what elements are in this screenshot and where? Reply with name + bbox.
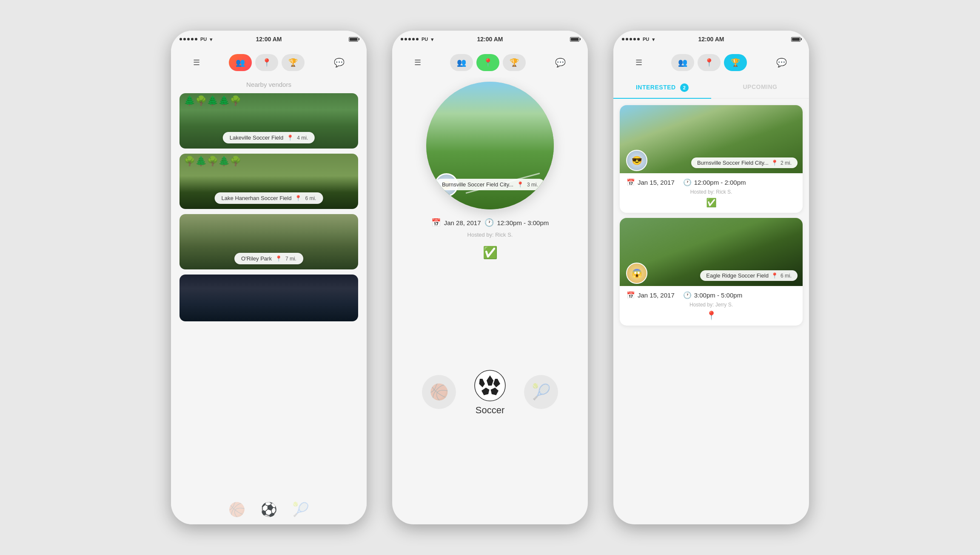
status-bar-3: PU ▾ 12:00 AM — [613, 31, 809, 48]
basketball-bubble[interactable]: 🏀 — [422, 375, 456, 409]
group-icon-3: 👥 — [678, 58, 687, 67]
tab-trophy-2[interactable]: 🏆 — [503, 54, 526, 71]
vendor-name-1: Lakeville Soccer Field — [230, 134, 283, 141]
trophy-icon-3: 🏆 — [731, 58, 740, 67]
nav-tabs-2: 👥 📍 🏆 — [450, 54, 526, 71]
tab-group-3[interactable]: 👥 — [671, 54, 694, 71]
clock-icon-2: 🕐 — [484, 218, 494, 227]
basketball-icon-2: 🏀 — [430, 383, 449, 401]
tab-group-2[interactable]: 👥 — [450, 54, 473, 71]
sport-icons-1: 🏀 ⚽ 🎾 — [171, 495, 367, 524]
vendor-card-3[interactable]: O'Riley Park 📍 7 mi. — [179, 214, 358, 269]
chat-icon-2[interactable]: 💬 — [553, 55, 568, 70]
screen3-content: INTERESTED 2 UPCOMING 😎 Burnsville Socce… — [613, 77, 809, 524]
event-date-2: Jan 28, 2017 — [444, 219, 481, 226]
location-icon-3: 📍 — [704, 58, 714, 67]
signal-dot — [622, 38, 624, 40]
tab-upcoming-label: UPCOMING — [743, 83, 778, 90]
phone-screen-1: PU ▾ 12:00 AM ☰ 👥 📍 🏆 💬 Nearby vendors — [171, 31, 367, 524]
pin-icon-venue-2: 📍 — [517, 181, 524, 188]
time-item-2: 🕐 3:00pm - 5:00pm — [683, 291, 742, 299]
screen2-content: 😎 Burnsville Soccer Field City... 📍 3 mi… — [392, 77, 588, 524]
signal-dot — [637, 38, 640, 40]
calendar-icon-c1: 📅 — [627, 178, 635, 186]
vendor-card-2[interactable]: Lake Hanerhan Soccer Field 📍 6 mi. — [179, 154, 358, 209]
card-time-1: 12:00pm - 2:00pm — [694, 179, 746, 186]
tennis-icon-2: 🎾 — [532, 383, 551, 401]
chat-icon[interactable]: 💬 — [332, 55, 347, 70]
tennis-bubble-2[interactable]: 🎾 — [524, 375, 558, 409]
tennis-icon[interactable]: 🎾 — [292, 501, 309, 518]
tab-group[interactable]: 👥 — [229, 54, 252, 71]
hamburger-icon[interactable]: ☰ — [191, 56, 202, 69]
hamburger-icon-3[interactable]: ☰ — [633, 56, 644, 69]
venue-distance-2: 3 mi. — [527, 182, 538, 188]
status-bar-2: PU ▾ 12:00 AM — [392, 31, 588, 48]
card-date-2: Jan 15, 2017 — [638, 292, 675, 299]
tab-interested[interactable]: INTERESTED 2 — [613, 77, 711, 99]
soccer-icon-active[interactable]: ⚽ — [260, 501, 277, 518]
status-time: 12:00 AM — [256, 36, 282, 43]
tab-location[interactable]: 📍 — [255, 54, 278, 71]
signal-dot — [191, 38, 194, 40]
signal-dot — [179, 38, 182, 40]
status-time-2: 12:00 AM — [477, 36, 503, 43]
tab-location-2[interactable]: 📍 — [476, 54, 499, 71]
status-bar-1: PU ▾ 12:00 AM — [171, 31, 367, 48]
wifi-icon-3: ▾ — [652, 36, 655, 43]
venue-name-2: Burnsville Soccer Field City... — [442, 181, 513, 188]
card-date-1: Jan 15, 2017 — [638, 179, 675, 186]
soccer-active-2[interactable]: Soccer — [473, 369, 507, 416]
vendor-card-1[interactable]: Lakeville Soccer Field 📍 4 mi. — [179, 93, 358, 149]
wifi-icon-2: ▾ — [431, 36, 434, 43]
event-card-label-1: Burnsville Soccer Field City... 📍 2 mi. — [691, 157, 798, 168]
basketball-icon[interactable]: 🏀 — [228, 501, 245, 518]
signal-dot — [630, 38, 632, 40]
section-title: Nearby vendors — [171, 77, 367, 93]
event-card-1[interactable]: 😎 Burnsville Soccer Field City... 📍 2 mi… — [620, 105, 803, 213]
trophy-icon: 🏆 — [288, 58, 298, 67]
tab-upcoming[interactable]: UPCOMING — [711, 77, 809, 98]
chat-icon-3[interactable]: 💬 — [774, 55, 789, 70]
card-venue-1: Burnsville Soccer Field City... — [697, 160, 769, 166]
vendor-card-4[interactable] — [179, 275, 358, 321]
vendor-label-2: Lake Hanerhan Soccer Field 📍 6 mi. — [215, 192, 323, 204]
signal-dot — [633, 38, 636, 40]
tab-interested-label: INTERESTED — [636, 84, 676, 91]
event-cards-list: 😎 Burnsville Soccer Field City... 📍 2 mi… — [613, 99, 809, 524]
tab-location-3[interactable]: 📍 — [698, 54, 721, 71]
screen1-content: Nearby vendors Lakeville Soccer Field 📍 … — [171, 77, 367, 524]
carrier-label-2: PU — [422, 37, 428, 42]
location-icon-2: 📍 — [483, 58, 493, 67]
sport-selector-2: 🏀 Soccer 🎾 — [422, 260, 558, 524]
card-hosted-2: Hosted by: Jerry S. — [627, 302, 796, 308]
clock-icon-c1: 🕐 — [683, 178, 692, 186]
event-card-2[interactable]: 😱 Eagle Ridge Soccer Field 📍 6 mi. 📅 Jan… — [620, 218, 803, 326]
tab-trophy[interactable]: 🏆 — [282, 54, 305, 71]
wifi-icon: ▾ — [210, 36, 213, 43]
signal-dot — [405, 38, 407, 40]
date-item-2: 📅 Jan 15, 2017 — [627, 291, 675, 299]
nav-bar-3: ☰ 👥 📍 🏆 💬 — [613, 48, 809, 77]
app-logo-2: ✅ — [405, 246, 575, 260]
distance-1: 4 mi. — [297, 135, 308, 141]
pin-icon-2: 📍 — [295, 195, 302, 201]
event-card-body-1: 📅 Jan 15, 2017 🕐 12:00pm - 2:00pm Hosted… — [620, 173, 803, 213]
circle-venue-card[interactable]: 😎 Burnsville Soccer Field City... 📍 3 mi… — [426, 82, 554, 209]
signal-dot — [626, 38, 628, 40]
status-right-3 — [791, 37, 801, 42]
distance-2: 6 mi. — [305, 195, 316, 201]
nav-bar-2: ☰ 👥 📍 🏆 💬 — [392, 48, 588, 77]
tab-trophy-3[interactable]: 🏆 — [724, 54, 747, 71]
card-venue-2: Eagle Ridge Soccer Field — [706, 272, 769, 279]
hamburger-icon-2[interactable]: ☰ — [412, 56, 423, 69]
card-time-2: 3:00pm - 5:00pm — [694, 292, 742, 299]
event-card-image-1: 😎 Burnsville Soccer Field City... 📍 2 mi… — [620, 105, 803, 173]
status-right-2 — [570, 37, 579, 42]
signal-dot — [183, 38, 186, 40]
host-avatar-card-1: 😎 — [626, 150, 647, 171]
card-hosted-1: Hosted by: Rick S. — [627, 189, 796, 195]
card-distance-1: 2 mi. — [781, 160, 792, 166]
pin-icon-1: 📍 — [287, 134, 293, 141]
card-logo-1: ✅ — [627, 197, 796, 208]
